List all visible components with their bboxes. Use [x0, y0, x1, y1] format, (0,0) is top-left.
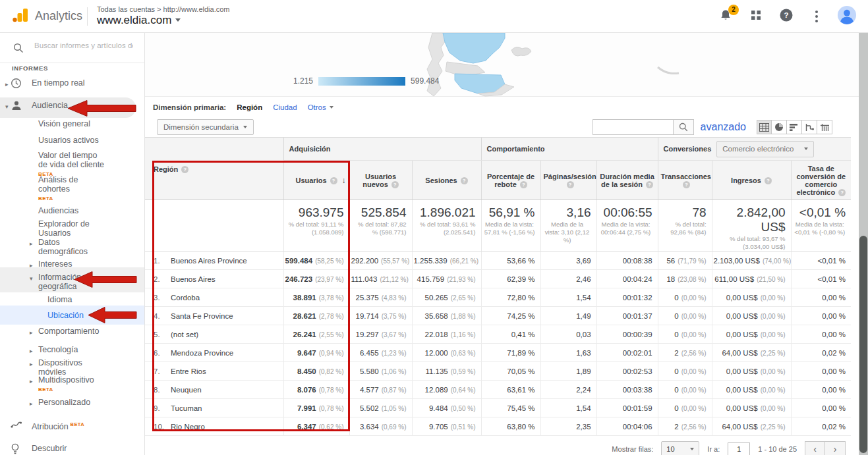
sidebar-item-datos-demograficos[interactable]: ▸Datos demográficos: [38, 238, 107, 256]
sidebar-item-atribucion[interactable]: AtribuciónBETA: [32, 420, 84, 431]
region-name[interactable]: Buenos Aires: [171, 275, 216, 283]
analytics-logo[interactable]: Analytics: [0, 7, 87, 26]
table-filter-input[interactable]: [593, 119, 673, 135]
cell-value: 00:02:53: [623, 367, 652, 375]
metric-label: Ingresos: [731, 176, 761, 184]
advanced-filter-link[interactable]: avanzado: [701, 121, 746, 133]
help-badge-icon[interactable]: ?: [330, 177, 337, 184]
metric-label: Transacciones: [661, 173, 711, 180]
sidebar-item-intereses[interactable]: ▸Intereses: [38, 259, 72, 269]
secondary-dimension-button[interactable]: Dimensión secundaria: [157, 119, 254, 135]
cell-percent: (3,78 %): [319, 294, 344, 302]
column-header-ingresos[interactable]: Ingresos?: [712, 161, 791, 200]
account-avatar[interactable]: [839, 9, 855, 24]
cell-percent: (66,21 %): [450, 257, 478, 265]
cell-value: 9.647: [297, 349, 316, 357]
sidebar-item-personalizado[interactable]: ▸Personalizado: [38, 398, 90, 407]
help-badge-icon[interactable]: ?: [461, 177, 468, 184]
goto-page-input[interactable]: [728, 442, 750, 455]
cell-percent: (0,00 %): [761, 405, 786, 412]
help-badge-icon[interactable]: ?: [567, 181, 574, 188]
column-header-tasa-de-conversion-de-comercio-electronico[interactable]: Tasa de conversión de comercio electróni…: [791, 161, 851, 200]
cell-usuarios-nuevos: 4.577(0,87 %): [349, 381, 412, 399]
column-header-usuarios[interactable]: Usuarios?↓: [283, 161, 349, 200]
dimension-region-tab[interactable]: Región: [237, 103, 262, 111]
pivot-view-button[interactable]: [817, 120, 832, 134]
ecommerce-dropdown[interactable]: Comercio electrónico: [716, 141, 814, 157]
summary-subtext: Media de la vista: 3,10 (2,12 %): [544, 221, 591, 244]
table-view-button[interactable]: [757, 120, 772, 134]
sidebar-item-dispositivos-moviles[interactable]: ▸Dispositivos móviles: [38, 358, 107, 377]
help-button[interactable]: ?: [778, 9, 794, 24]
region-name[interactable]: Mendoza Province: [171, 349, 233, 357]
sidebar-item-usuarios-activos[interactable]: Usuarios activos: [38, 136, 99, 145]
cell-value: 00:04:06: [623, 423, 652, 431]
region-name[interactable]: Neuquen: [171, 386, 202, 394]
account-selector[interactable]: www.eldia.com: [97, 14, 229, 27]
region-name[interactable]: Rio Negro: [171, 423, 205, 431]
column-header-region[interactable]: Región?: [145, 138, 283, 200]
region-name[interactable]: Santa Fe Province: [171, 312, 233, 320]
column-header-transacciones[interactable]: Transacciones?: [658, 161, 712, 200]
apps-button[interactable]: [748, 9, 764, 24]
more-options-button[interactable]: [809, 9, 825, 24]
column-header-paginas-sesion[interactable]: Páginas/sesión?: [540, 161, 596, 200]
row-rank: 6.: [154, 349, 171, 357]
sidebar-item-audiencias[interactable]: Audiencias: [38, 206, 78, 215]
dimension-city-tab[interactable]: Ciudad: [273, 103, 297, 111]
sort-descending-icon[interactable]: ↓: [342, 176, 346, 185]
help-badge-icon[interactable]: ?: [391, 181, 399, 188]
range-text: 1 - 10 de 25: [758, 445, 797, 453]
sidebar-item-explorador-de-usuarios[interactable]: Explorador de Usuarios: [38, 219, 107, 238]
region-name[interactable]: Entre Rios: [171, 367, 206, 375]
region-name[interactable]: Cordoba: [171, 294, 200, 302]
column-header-usuarios-nuevos[interactable]: Usuarios nuevos?: [349, 161, 412, 200]
region-name[interactable]: Buenos Aires Province: [171, 257, 247, 265]
sidebar-item-vision-general[interactable]: Visión general: [38, 119, 90, 128]
cell-value: 0,02 %: [822, 349, 846, 357]
help-badge-icon[interactable]: ?: [520, 181, 527, 188]
table-filter-search-button[interactable]: [673, 119, 694, 135]
help-badge-icon[interactable]: ?: [683, 181, 690, 188]
beta-badge: BETA: [38, 385, 94, 394]
rows-per-page-select[interactable]: 10: [661, 441, 699, 455]
help-badge-icon[interactable]: ?: [646, 181, 653, 188]
map-patagonia[interactable]: [145, 33, 859, 97]
next-page-button[interactable]: ›: [825, 441, 846, 455]
column-header-duracion-media-de-la-sesion[interactable]: Duración media de la sesión?: [596, 161, 658, 200]
help-badge-icon[interactable]: ?: [838, 189, 846, 196]
column-header-sesiones[interactable]: Sesiones?: [412, 161, 481, 200]
cell-value: 00:01:32: [623, 294, 652, 302]
cell-value: 1,63: [576, 349, 591, 357]
sidebar-item-multidispositivo[interactable]: ▸MultidispositivoBETA: [38, 375, 94, 394]
main-content: 1.215 599.484 Dimensión primaria: Región…: [145, 33, 859, 455]
region-name[interactable]: Tucuman: [171, 404, 202, 412]
scrollbar-thumb[interactable]: [859, 236, 867, 453]
notifications-button[interactable]: 2: [718, 9, 734, 24]
help-badge-icon[interactable]: ?: [765, 177, 772, 184]
help-badge-icon[interactable]: ?: [181, 166, 188, 173]
sidebar-item-label: Intereses: [38, 259, 72, 269]
chevron-right-icon: ▸: [30, 261, 33, 270]
sidebar-item-audiencia[interactable]: ▾Audiencia: [32, 101, 68, 110]
vertical-scrollbar[interactable]: [859, 33, 868, 455]
cell-duracion-media-de-la-sesion: 00:01:32: [596, 288, 658, 307]
group-header-conversiones: ConversionesComercio electrónico: [658, 138, 851, 161]
sidebar-item-informacion-geografica[interactable]: ▾Información geográfica: [38, 273, 107, 291]
region-name[interactable]: (not set): [171, 331, 198, 338]
sidebar-item-tecnologia[interactable]: ▸Tecnología: [38, 345, 78, 354]
sidebar-item-comportamiento[interactable]: ▸Comportamiento: [38, 327, 99, 336]
sidebar-item-label: Audiencia: [32, 101, 68, 110]
sidebar-item-en-tiempo-real[interactable]: ▸En tiempo real: [32, 78, 85, 88]
comparison-view-button[interactable]: [802, 120, 817, 134]
prev-page-button[interactable]: ‹: [805, 441, 825, 455]
dimension-others-tab[interactable]: Otros: [308, 103, 333, 111]
sidebar-item-ubicacion[interactable]: Ubicación: [47, 311, 84, 320]
column-header-porcentaje-de-rebote[interactable]: Porcentaje de rebote?: [481, 161, 540, 200]
sidebar-item-analisis-de-cohortes[interactable]: Análisis de cohortesBETA: [38, 175, 107, 203]
performance-view-button[interactable]: [787, 120, 802, 134]
sidebar-item-descubrir[interactable]: Descubrir: [32, 444, 67, 453]
sidebar-item-idioma[interactable]: Idioma: [47, 295, 72, 304]
row-rank: 8.: [154, 386, 171, 394]
percentage-view-button[interactable]: [772, 120, 787, 134]
